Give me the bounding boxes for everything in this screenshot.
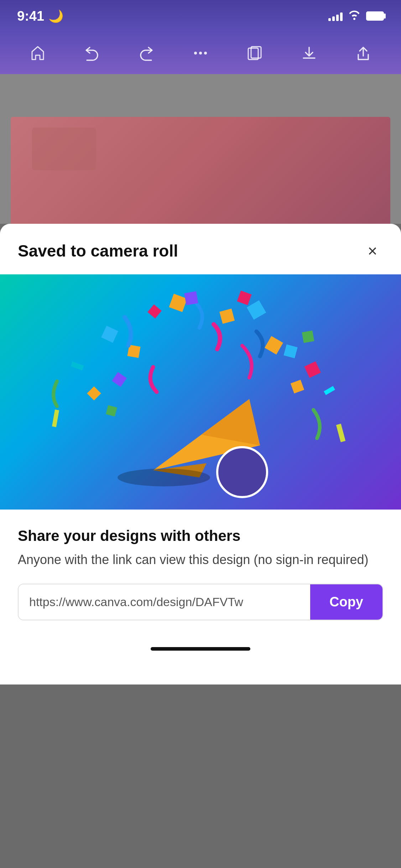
download-button[interactable] — [296, 40, 322, 66]
svg-rect-20 — [302, 331, 314, 343]
svg-point-2 — [204, 52, 207, 55]
bottom-sheet: Saved to camera roll × — [0, 224, 401, 684]
svg-rect-16 — [237, 290, 251, 305]
celebration-area — [0, 274, 401, 510]
canvas-area — [0, 74, 401, 224]
battery-icon — [366, 11, 384, 21]
svg-rect-22 — [324, 386, 335, 395]
svg-rect-6 — [219, 309, 235, 324]
status-icons — [328, 10, 384, 22]
svg-rect-7 — [265, 336, 283, 355]
link-row: Copy — [18, 584, 383, 620]
svg-rect-10 — [87, 386, 101, 401]
sheet-header: Saved to camera roll × — [0, 224, 401, 274]
home-button[interactable] — [25, 40, 51, 66]
svg-point-30 — [217, 447, 267, 497]
canvas-design — [11, 117, 390, 224]
sheet-title: Saved to camera roll — [18, 241, 178, 260]
share-button[interactable] — [350, 40, 376, 66]
svg-rect-18 — [147, 304, 161, 318]
design-overlay — [32, 128, 96, 170]
svg-rect-13 — [283, 344, 297, 358]
svg-rect-21 — [71, 362, 84, 371]
close-button[interactable]: × — [362, 240, 383, 262]
toolbar — [0, 32, 401, 74]
link-input[interactable] — [19, 584, 310, 620]
svg-rect-19 — [106, 405, 117, 417]
more-button[interactable] — [188, 40, 213, 66]
home-bar — [151, 647, 250, 651]
svg-rect-23 — [336, 424, 345, 442]
undo-button[interactable] — [79, 40, 105, 66]
svg-rect-17 — [304, 361, 321, 378]
share-description: Anyone with the link can view this desig… — [18, 550, 383, 569]
home-indicator — [0, 635, 401, 663]
svg-rect-5 — [169, 294, 187, 312]
time-display: 9:41 — [17, 9, 44, 24]
share-title: Share your designs with others — [18, 527, 383, 544]
svg-point-29 — [118, 469, 210, 486]
copy-button[interactable]: Copy — [310, 584, 382, 620]
svg-rect-14 — [184, 291, 198, 305]
svg-rect-9 — [291, 380, 304, 393]
svg-rect-15 — [112, 372, 127, 387]
pages-button[interactable] — [242, 40, 267, 66]
wifi-icon — [348, 10, 360, 22]
svg-rect-11 — [101, 326, 118, 343]
svg-point-1 — [199, 52, 202, 55]
svg-rect-24 — [52, 409, 59, 427]
celebration-svg — [0, 274, 401, 510]
status-bar: 9:41 🌙 — [0, 0, 401, 32]
redo-button[interactable] — [134, 40, 159, 66]
svg-point-0 — [194, 52, 197, 55]
signal-icon — [328, 11, 343, 21]
status-time: 9:41 🌙 — [17, 9, 63, 24]
svg-rect-12 — [247, 300, 266, 320]
moon-icon: 🌙 — [48, 9, 63, 23]
share-section: Share your designs with others Anyone wi… — [0, 510, 401, 635]
